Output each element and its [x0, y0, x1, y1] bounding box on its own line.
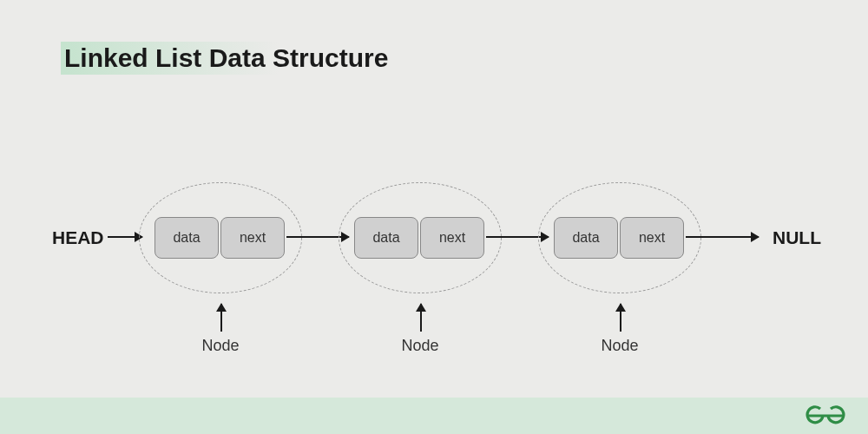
head-label: HEAD [52, 227, 104, 248]
node-3-caption: Node [585, 337, 654, 355]
node-3-next-cell: next [620, 217, 684, 259]
linked-list-diagram: HEAD data next Node data next Node data … [0, 182, 868, 356]
node-2-cells: data next [354, 217, 484, 259]
arrow-head-to-node1 [108, 236, 142, 238]
node-3-data-cell: data [554, 217, 618, 259]
arrow-node3-to-null [686, 236, 759, 238]
node-1-data-cell: data [155, 217, 219, 259]
node-3-cells: data next [554, 217, 684, 259]
node-1-cells: data next [155, 217, 285, 259]
node-1-caption: Node [186, 337, 255, 355]
footer-bar [0, 398, 868, 434]
node-3-caption-arrow [620, 304, 621, 332]
node-2-caption: Node [385, 337, 455, 355]
node-2-caption-arrow [420, 304, 422, 332]
node-2-data-cell: data [354, 217, 418, 259]
null-label: NULL [773, 227, 821, 248]
node-2-next-cell: next [420, 217, 484, 259]
page-title: Linked List Data Structure [61, 42, 397, 75]
node-1-caption-arrow [220, 304, 222, 332]
geeksforgeeks-logo-icon [804, 403, 847, 429]
node-1-next-cell: next [220, 217, 285, 259]
